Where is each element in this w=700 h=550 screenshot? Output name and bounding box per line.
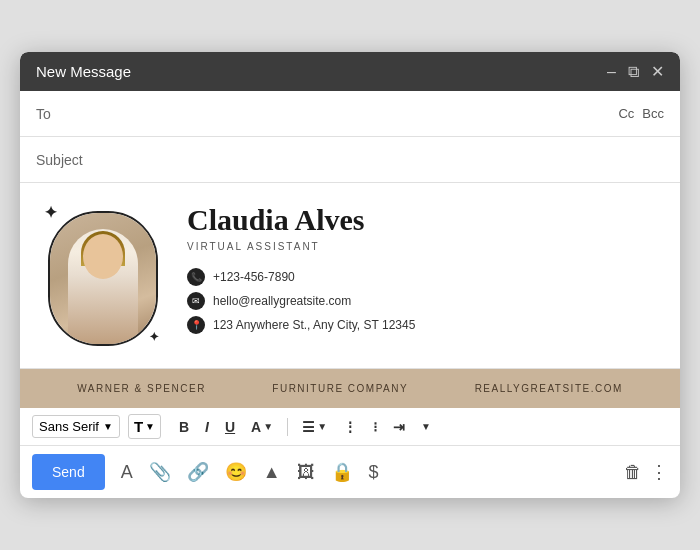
signature-area: ✦ ✦ Claudia Alves VIRTUAL ASSISTANT 📞 +1… bbox=[20, 183, 680, 369]
signature-info: Claudia Alves VIRTUAL ASSISTANT 📞 +123-4… bbox=[187, 203, 656, 334]
expand-icon[interactable]: ⧉ bbox=[628, 63, 639, 81]
to-input[interactable] bbox=[96, 106, 618, 122]
compose-modal: New Message – ⧉ ✕ To Cc Bcc Subject ✦ bbox=[20, 52, 680, 498]
sig-contact: 📞 +123-456-7890 ✉ hello@reallygreatsite.… bbox=[187, 268, 656, 334]
location-icon: 📍 bbox=[187, 316, 205, 334]
align-chevron: ▼ bbox=[317, 421, 327, 432]
sig-phone: +123-456-7890 bbox=[213, 270, 295, 284]
to-label: To bbox=[36, 106, 96, 122]
sig-phone-item: 📞 +123-456-7890 bbox=[187, 268, 656, 286]
lock-icon[interactable]: 🔒 bbox=[327, 457, 357, 487]
footer-item-2: FURNITURE COMPANY bbox=[272, 383, 408, 394]
modal-header: New Message – ⧉ ✕ bbox=[20, 52, 680, 91]
subject-input[interactable] bbox=[96, 152, 664, 168]
font-name: Sans Serif bbox=[39, 419, 99, 434]
cc-bcc-buttons: Cc Bcc bbox=[618, 106, 664, 121]
minimize-icon[interactable]: – bbox=[607, 63, 616, 81]
align-icon: ☰ bbox=[302, 419, 315, 435]
sig-title: VIRTUAL ASSISTANT bbox=[187, 241, 656, 252]
to-field-row: To Cc Bcc bbox=[20, 91, 680, 137]
sig-address-item: 📍 123 Anywhere St., Any City, ST 12345 bbox=[187, 316, 656, 334]
size-chevron-icon: ▼ bbox=[145, 421, 155, 432]
subject-label: Subject bbox=[36, 152, 96, 168]
avatar-frame bbox=[48, 211, 158, 346]
underline-button[interactable]: U bbox=[219, 415, 241, 439]
numbered-list-button[interactable]: ⋮ bbox=[337, 415, 363, 439]
delete-icon[interactable]: 🗑 bbox=[624, 462, 642, 483]
phone-icon: 📞 bbox=[187, 268, 205, 286]
action-toolbar: Send A 📎 🔗 😊 ▲ 🖼 🔒 $ 🗑 ⋮ bbox=[20, 446, 680, 498]
attach-file-icon[interactable]: 📎 bbox=[145, 457, 175, 487]
avatar-container: ✦ ✦ bbox=[44, 203, 159, 348]
avatar-image bbox=[50, 213, 156, 344]
close-icon[interactable]: ✕ bbox=[651, 62, 664, 81]
bullet-list-button[interactable]: ⁝ bbox=[367, 415, 383, 439]
indent-icon: ⇥ bbox=[393, 419, 405, 435]
footer-item-1: WARNER & SPENCER bbox=[77, 383, 206, 394]
size-t-icon: T bbox=[134, 418, 143, 435]
sparkle-icon-br: ✦ bbox=[149, 330, 159, 344]
cc-button[interactable]: Cc bbox=[618, 106, 634, 121]
subject-field-row: Subject bbox=[20, 137, 680, 183]
bold-button[interactable]: B bbox=[173, 415, 195, 439]
bcc-button[interactable]: Bcc bbox=[642, 106, 664, 121]
more-options-icon[interactable]: ⋮ bbox=[650, 461, 668, 483]
font-color-icon: A bbox=[251, 419, 261, 435]
sig-address: 123 Anywhere St., Any City, ST 12345 bbox=[213, 318, 415, 332]
send-button[interactable]: Send bbox=[32, 454, 105, 490]
formatting-toolbar: Sans Serif ▼ T ▼ B I U A ▼ ☰ ▼ ⋮ ⁝ ⇥ ▼ bbox=[20, 408, 680, 446]
numbered-list-icon: ⋮ bbox=[343, 419, 357, 435]
footer-item-3: REALLYGREATSITE.COM bbox=[475, 383, 623, 394]
font-color-button[interactable]: A ▼ bbox=[245, 415, 279, 439]
person-head bbox=[83, 234, 123, 279]
emoji-icon[interactable]: 😊 bbox=[221, 457, 251, 487]
dollar-icon[interactable]: $ bbox=[365, 458, 383, 487]
sig-email-item: ✉ hello@reallygreatsite.com bbox=[187, 292, 656, 310]
font-chevron-icon: ▼ bbox=[103, 421, 113, 432]
header-icons: – ⧉ ✕ bbox=[607, 62, 664, 81]
bullet-list-icon: ⁝ bbox=[373, 419, 377, 435]
font-color-chevron: ▼ bbox=[263, 421, 273, 432]
sig-email: hello@reallygreatsite.com bbox=[213, 294, 351, 308]
person-body bbox=[68, 229, 138, 344]
sig-name: Claudia Alves bbox=[187, 203, 656, 237]
image-icon[interactable]: 🖼 bbox=[293, 458, 319, 487]
link-icon[interactable]: 🔗 bbox=[183, 457, 213, 487]
drive-icon[interactable]: ▲ bbox=[259, 458, 285, 487]
email-icon: ✉ bbox=[187, 292, 205, 310]
font-selector[interactable]: Sans Serif ▼ bbox=[32, 415, 120, 438]
text-format-icon[interactable]: A bbox=[117, 458, 137, 487]
more-format-button[interactable]: ▼ bbox=[415, 417, 437, 436]
footer-bar: WARNER & SPENCER FURNITURE COMPANY REALL… bbox=[20, 369, 680, 408]
more-format-chevron: ▼ bbox=[421, 421, 431, 432]
align-button[interactable]: ☰ ▼ bbox=[296, 415, 333, 439]
toolbar-separator-1 bbox=[287, 418, 288, 436]
indent-button[interactable]: ⇥ bbox=[387, 415, 411, 439]
size-selector[interactable]: T ▼ bbox=[128, 414, 161, 439]
italic-button[interactable]: I bbox=[199, 415, 215, 439]
sparkle-icon-tl: ✦ bbox=[44, 203, 57, 222]
modal-title: New Message bbox=[36, 63, 131, 80]
